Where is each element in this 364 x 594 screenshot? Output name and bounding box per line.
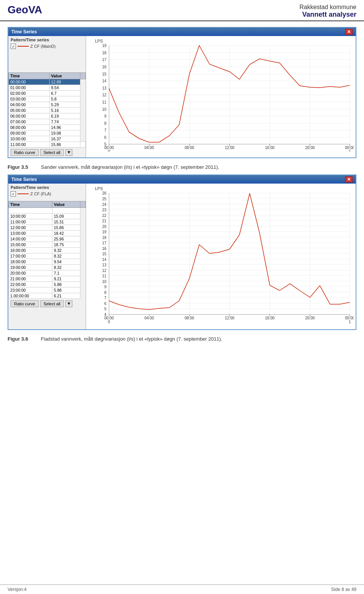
table-cell-value: 18.75: [52, 242, 80, 248]
main-content: Time Series ✕ Pattern/Time series ✓ Z CF…: [0, 21, 364, 352]
pattern-row-2: ✓ Z CF (FLA): [8, 190, 86, 197]
table-cell-time: 10:00:00: [9, 136, 50, 142]
chart-window-2: Time Series ✕ Pattern/Time series ✓ Z CF…: [8, 174, 356, 330]
data-table-1: Time Value 00:00:0012.8901:00:009.5402:0…: [8, 72, 86, 148]
svg-text:13: 13: [102, 86, 107, 90]
left-panel-1: Pattern/Time series ✓ Z CF (MainD) Time …: [8, 36, 86, 157]
table-cell-value: 8.32: [52, 253, 80, 259]
col-value-2: Value: [52, 201, 80, 208]
chart-title-1: Time Series: [11, 29, 37, 35]
table-cell-value: 16.37: [49, 136, 80, 142]
svg-text:1: 1: [349, 320, 351, 324]
table-cell-time: 09:00:00: [9, 130, 50, 136]
svg-text:9: 9: [104, 114, 107, 118]
caption-text-2: Fladstad vannverk, målt døgnvariasjon (l…: [41, 336, 222, 342]
table-cell-value: 15.86: [52, 225, 80, 231]
bottom-buttons-1: Ratio curve Select all ▼: [8, 148, 86, 157]
table-cell-value: 16.64: [52, 208, 80, 214]
svg-text:25: 25: [102, 197, 107, 201]
caption-text-1: Sander vannverk, målt døgnvariasjon (l/s…: [41, 164, 219, 170]
svg-text:12: 12: [102, 93, 107, 97]
svg-text:11: 11: [102, 100, 107, 104]
close-icon-2[interactable]: ✕: [345, 176, 353, 182]
svg-text:15: 15: [102, 252, 107, 256]
svg-text:04:00: 04:00: [144, 316, 154, 320]
table-cell-time: 14:00:00: [9, 236, 52, 242]
svg-text:6: 6: [104, 302, 107, 306]
table-cell-time: 10:00:00: [9, 214, 52, 219]
select-all-button-2[interactable]: Select all: [40, 300, 64, 307]
caption-1: Figur 3.5 Sander vannverk, målt døgnvari…: [8, 162, 356, 174]
table-cell-value: 6.21: [52, 293, 80, 299]
svg-text:7: 7: [104, 128, 107, 132]
table-cell-time: 13:00:00: [9, 231, 52, 236]
pattern-label-2: Pattern/Time series: [8, 184, 86, 190]
svg-text:14: 14: [102, 79, 107, 83]
table-cell-time: 12:00:00: [9, 225, 52, 231]
svg-text:9: 9: [104, 285, 107, 289]
table-cell-value: 5.88: [52, 288, 80, 293]
scroll-header-2: [80, 201, 86, 208]
pattern-checkbox-1[interactable]: ✓: [11, 44, 16, 49]
chart-svg-2: LPS: [88, 185, 354, 326]
select-all-button-1[interactable]: Select all: [40, 149, 64, 156]
table-cell-value: 9.54: [49, 85, 80, 91]
col-time-2: Time: [9, 201, 52, 208]
svg-text:18: 18: [102, 51, 107, 55]
caption-2: Figur 3.6 Fladstad vannverk, målt døgnva…: [8, 334, 356, 346]
ratio-curve-button-2[interactable]: Ratio curve: [11, 300, 39, 307]
svg-text:8: 8: [104, 291, 107, 295]
table-cell-time: 02:00:00: [9, 91, 50, 96]
scroll-down-arrow-1[interactable]: ▼: [65, 149, 72, 156]
table-cell-value: 19.08: [49, 130, 80, 136]
table-cell-time: 07:00:00: [9, 119, 50, 125]
svg-text:16: 16: [102, 65, 107, 69]
ratio-curve-button-1[interactable]: Ratio curve: [11, 149, 39, 156]
table-cell-time: 00:00:00: [9, 79, 50, 85]
table-cell-time: 15:00:00: [9, 242, 52, 248]
svg-text:26: 26: [102, 191, 107, 195]
svg-text:12:00: 12:00: [225, 146, 234, 150]
table-cell-value: 7.74: [49, 119, 80, 125]
page-footer: Versjon:4 Side 8 av 49: [0, 585, 364, 594]
svg-text:08:00: 08:00: [185, 316, 194, 320]
table-cell-time: 01:00:00: [9, 85, 50, 91]
table-cell-value: 6.7: [49, 91, 80, 96]
table-cell-time: 21:00:00: [9, 276, 52, 282]
left-panel-2: Pattern/Time series ✓ Z CF (FLA) Time Va…: [8, 184, 86, 329]
pattern-checkbox-2[interactable]: ✓: [11, 191, 16, 196]
table-cell-value: 15.09: [52, 214, 80, 219]
svg-text:23: 23: [102, 208, 107, 212]
table-cell-value: 9.54: [52, 259, 80, 265]
svg-text:6: 6: [104, 135, 107, 140]
pattern-row-1: ✓ Z CF (MainD): [8, 43, 86, 50]
table-cell-time: 16:00:00: [9, 248, 52, 253]
chart-line-1: [109, 46, 350, 142]
svg-text:16:00: 16:00: [265, 316, 275, 320]
table-cell-time: 03:00:00: [9, 96, 50, 102]
version-label: Versjon:4: [8, 587, 27, 592]
table-cell-value: 5.88: [52, 282, 80, 288]
table-cell-time: 04:00:00: [9, 102, 50, 108]
svg-text:8: 8: [104, 121, 107, 126]
app-logo: GeoVA: [8, 4, 42, 16]
svg-text:16:00: 16:00: [265, 146, 275, 150]
table-cell-value: 6.19: [49, 113, 80, 119]
svg-text:17: 17: [102, 58, 107, 62]
table-cell-time: 19:00:00: [9, 265, 52, 270]
chart-titlebar-1: Time Series ✕: [8, 28, 356, 36]
table-cell-time: 06:00:00: [9, 113, 50, 119]
chart-area-1: LPS: [86, 36, 356, 157]
figure-number-2: Figur 3.6: [8, 336, 28, 342]
scroll-down-arrow-2[interactable]: ▼: [65, 300, 72, 307]
table-cell-time: 17:00:00: [9, 253, 52, 259]
svg-text:15: 15: [102, 72, 107, 76]
close-icon-1[interactable]: ✕: [345, 29, 353, 35]
header-right: Rakkestad kommune Vannett analyser: [300, 4, 356, 19]
svg-text:20: 20: [102, 225, 107, 229]
chart-title-2: Time Series: [11, 177, 37, 182]
table-container-1: Time Value 00:00:0012.8901:00:009.5402:0…: [8, 72, 86, 148]
table-cell-time: 11:00:00: [9, 142, 50, 148]
svg-text:17: 17: [102, 241, 107, 245]
company-name: Rakkestad kommune: [300, 4, 356, 11]
